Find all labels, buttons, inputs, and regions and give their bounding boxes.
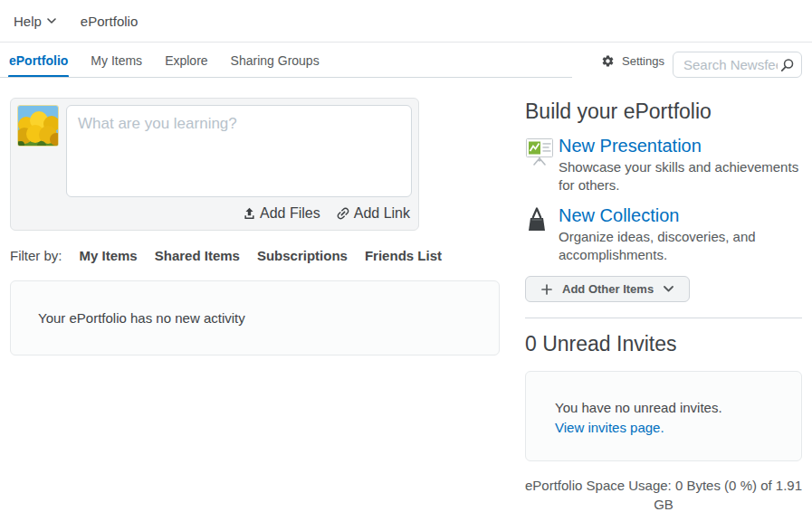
- page-context-title: ePortfolio: [81, 14, 138, 29]
- add-other-items-button[interactable]: Add Other Items: [525, 276, 690, 302]
- add-files-button[interactable]: Add Files: [242, 205, 320, 222]
- add-link-label: Add Link: [354, 205, 410, 222]
- gear-icon: [601, 54, 615, 68]
- tab-sharing-groups[interactable]: Sharing Groups: [231, 43, 320, 78]
- search-box: [673, 52, 802, 78]
- filter-shared-items[interactable]: Shared Items: [155, 248, 240, 263]
- new-collection-description: Organize ideas, discoveries, and accompl…: [559, 228, 802, 264]
- sidebar-divider: [525, 318, 802, 318]
- link-icon: [335, 205, 351, 222]
- tab-eportfolio[interactable]: ePortfolio: [9, 43, 68, 78]
- chevron-down-icon: [664, 286, 673, 292]
- presentation-board-icon: [525, 134, 556, 194]
- newsfeed-composer: Add Files Add Link: [10, 98, 419, 231]
- add-link-button[interactable]: Add Link: [335, 205, 410, 222]
- settings-button[interactable]: Settings: [601, 54, 664, 68]
- invites-empty-message: You have no unread invites.: [555, 398, 792, 418]
- help-menu-button[interactable]: Help: [14, 14, 56, 29]
- invites-empty-card: You have no unread invites. View invites…: [525, 371, 802, 461]
- unread-invites-heading: 0 Unread Invites: [525, 330, 802, 357]
- binder-clip-icon: [525, 204, 556, 264]
- upload-icon: [242, 206, 257, 222]
- add-other-items-label: Add Other Items: [562, 282, 654, 296]
- filter-my-items[interactable]: My Items: [80, 248, 138, 263]
- tabbar-divider: [0, 77, 572, 78]
- search-icon[interactable]: [779, 58, 795, 73]
- composer-textarea[interactable]: [66, 105, 412, 197]
- new-presentation-description: Showcase your skills and achievements fo…: [559, 158, 802, 194]
- build-heading: Build your ePortfolio: [525, 98, 802, 125]
- main-content: Add Files Add Link Filter by: My Items S…: [0, 78, 812, 512]
- filter-friends-list[interactable]: Friends List: [365, 248, 442, 263]
- new-presentation-item: New Presentation Showcase your skills an…: [525, 134, 802, 194]
- newsfeed-empty-message: Your ePortfolio has no new activity: [38, 310, 245, 326]
- user-avatar: [17, 105, 59, 147]
- avatar-tulips-image: [18, 106, 59, 147]
- composer-actions: Add Files Add Link: [17, 205, 412, 223]
- new-collection-item: New Collection Organize ideas, discoveri…: [525, 204, 802, 264]
- newsfeed-empty-card: Your ePortfolio has no new activity: [10, 280, 500, 356]
- tab-explore[interactable]: Explore: [165, 43, 207, 78]
- tab-my-items[interactable]: My Items: [91, 43, 142, 78]
- space-usage-text: ePortfolio Space Usage: 0 Bytes (0 %) of…: [525, 476, 802, 512]
- new-collection-link[interactable]: New Collection: [559, 204, 679, 227]
- help-label: Help: [14, 14, 42, 29]
- add-files-label: Add Files: [260, 205, 320, 222]
- build-sidebar: Build your ePortfolio New Presentation S…: [525, 78, 802, 512]
- filter-bar: Filter by: My Items Shared Items Subscri…: [10, 248, 500, 263]
- view-invites-page-link[interactable]: View invites page.: [555, 420, 664, 435]
- new-presentation-link[interactable]: New Presentation: [559, 134, 702, 157]
- filter-by-label: Filter by:: [10, 248, 62, 263]
- plus-icon: [541, 284, 552, 295]
- filter-subscriptions[interactable]: Subscriptions: [257, 248, 348, 263]
- settings-label: Settings: [622, 54, 664, 68]
- chevron-down-icon: [47, 18, 56, 24]
- top-navbar: Help ePortfolio: [0, 0, 812, 43]
- newsfeed-column: Add Files Add Link Filter by: My Items S…: [10, 78, 500, 356]
- tab-bar: ePortfolio My Items Explore Sharing Grou…: [0, 43, 812, 78]
